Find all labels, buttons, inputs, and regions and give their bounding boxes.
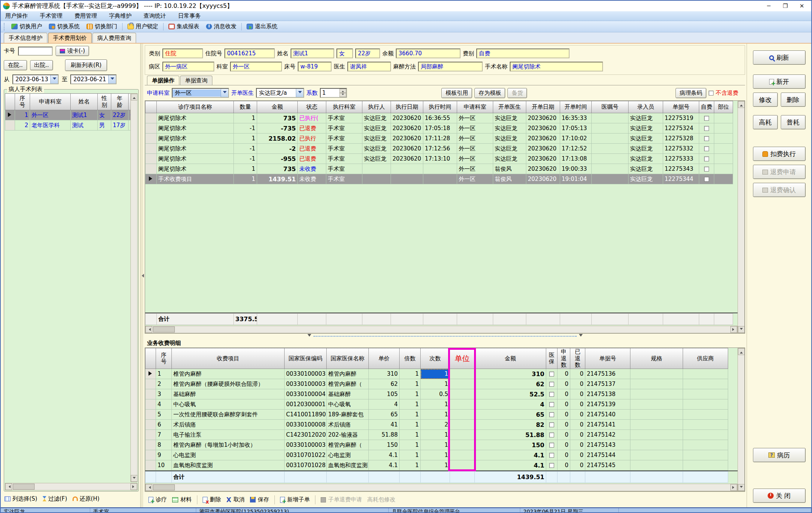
read-card-button[interactable]: 读卡(-) <box>56 46 89 56</box>
vertical-splitter[interactable] <box>141 44 143 507</box>
cell[interactable]: 0 <box>570 460 585 471</box>
cell[interactable]: 4 <box>156 399 172 410</box>
cell[interactable] <box>546 440 557 450</box>
cell[interactable] <box>592 144 629 154</box>
cell[interactable]: 1 <box>234 174 257 184</box>
cell[interactable]: 已执行 <box>298 134 326 144</box>
cell[interactable] <box>391 174 423 184</box>
cell[interactable]: 已退费 <box>298 123 326 134</box>
left-tool-1[interactable]: 过滤(F) <box>42 495 67 502</box>
cell[interactable]: 12275319 <box>663 113 699 123</box>
cell[interactable]: 1 <box>156 369 172 379</box>
cell[interactable]: 男 <box>98 120 111 131</box>
detail-tool-新增子单[interactable]: 新增子单 <box>280 496 310 503</box>
detail-tool-删除[interactable]: 删除 <box>203 496 221 503</box>
doc-tab-0[interactable]: 单据操作 <box>147 76 179 85</box>
cell[interactable]: 实达巨龙 <box>362 154 391 164</box>
cell[interactable]: 0 <box>557 430 570 440</box>
cell[interactable]: 4 <box>369 399 400 410</box>
cell[interactable]: 00330100003 <box>285 369 327 379</box>
column-header[interactable]: 规格 <box>630 348 683 369</box>
cell[interactable]: 阑尾切除术 <box>157 134 234 144</box>
cell[interactable]: 21475140 <box>585 410 630 420</box>
patient-list-hscrollbar[interactable] <box>5 483 138 490</box>
table-row[interactable]: 6术后镇痛00330100008术后镇痛4112820021475141 <box>145 420 728 430</box>
cell[interactable] <box>714 123 733 134</box>
delete-button[interactable]: 删除 <box>781 93 806 107</box>
cell[interactable] <box>546 420 557 430</box>
cell[interactable]: 实达巨龙 <box>629 154 663 164</box>
row-checkbox[interactable] <box>704 156 709 161</box>
column-header[interactable]: 性 别 <box>98 94 111 110</box>
column-header[interactable]: 国家医保编码 <box>285 348 327 369</box>
cell[interactable]: 0 <box>557 410 570 420</box>
scroll-left-icon[interactable] <box>145 326 152 333</box>
toolbar-exit-button[interactable]: 退出系统 <box>244 22 280 31</box>
cell[interactable]: 16:36:55 <box>423 113 457 123</box>
cell[interactable]: 12275324 <box>663 123 699 134</box>
maximize-button[interactable]: ❐ <box>782 3 789 9</box>
cell[interactable]: 17:12:52 <box>560 144 592 154</box>
cell[interactable]: 阑尾切除术 <box>157 154 234 164</box>
column-header[interactable]: 收费项目 <box>172 348 285 369</box>
detail-tool-保存[interactable]: 保存 <box>250 496 269 503</box>
cell[interactable]: 1 <box>421 379 450 389</box>
cell[interactable] <box>450 440 475 450</box>
cell[interactable]: 189-麻醉套包 <box>327 410 369 420</box>
cell[interactable]: 术后镇痛 <box>172 420 285 430</box>
menu-1[interactable]: 手术管理 <box>39 12 63 20</box>
cell[interactable]: 00330100003 <box>285 379 327 389</box>
column-header[interactable]: 单价 <box>369 348 400 369</box>
cell[interactable]: 椎管内麻醉 <box>327 369 369 379</box>
no-refund-checkbox[interactable] <box>709 91 714 96</box>
cell[interactable]: 150 <box>475 440 546 450</box>
cell[interactable]: 6 <box>156 420 172 430</box>
normal-consumable-button[interactable]: 普耗 <box>781 115 806 129</box>
column-header[interactable]: 单位 <box>450 348 475 369</box>
cell[interactable] <box>630 369 683 379</box>
cell[interactable]: 0.5 <box>421 389 450 399</box>
cell[interactable]: 椎管内麻醉（每增加1小时加收） <box>172 440 285 450</box>
cell[interactable]: 22岁 <box>111 110 129 120</box>
table-row[interactable]: 10血氧饱和度监测00310701028血氧饱和度监测4.1114.100214… <box>145 460 728 471</box>
cell[interactable]: 82 <box>475 420 546 430</box>
cell[interactable]: 62 <box>369 379 400 389</box>
column-header[interactable]: 申请科室 <box>457 101 493 113</box>
cell[interactable] <box>546 379 557 389</box>
cell[interactable] <box>450 379 475 389</box>
cell[interactable]: 基础麻醉 <box>172 389 285 399</box>
cell[interactable]: 20230620 <box>391 154 423 164</box>
cell[interactable]: 4 <box>475 399 546 410</box>
cell[interactable]: 17:13:10 <box>423 154 457 164</box>
cell[interactable]: 1 <box>400 410 421 420</box>
cell[interactable]: 21475144 <box>585 450 630 460</box>
cell[interactable]: 4.1 <box>475 460 546 471</box>
cell[interactable] <box>546 389 557 399</box>
cell[interactable]: 外一区 <box>457 144 493 154</box>
cell[interactable]: 1 <box>421 410 450 420</box>
cell[interactable]: 手术室 <box>326 144 362 154</box>
chevron-down-icon[interactable] <box>50 75 58 83</box>
cell[interactable]: 未收费 <box>298 174 326 184</box>
refresh-list-button[interactable]: 刷新列表(R) <box>65 59 107 71</box>
cell[interactable] <box>546 430 557 440</box>
cell[interactable] <box>630 420 683 430</box>
cell[interactable]: 0 <box>557 389 570 399</box>
cell[interactable]: 手术室 <box>326 164 362 174</box>
menu-5[interactable]: 日常事务 <box>177 12 201 20</box>
cell[interactable]: 2 <box>421 420 450 430</box>
table-row[interactable]: 5一次性使用腰硬联合麻醉穿刺套件C1410011890189-麻醉套包65116… <box>145 410 728 420</box>
close-app-button[interactable]: 关 闭 <box>753 489 806 503</box>
cell[interactable]: 手术室 <box>326 154 362 164</box>
table-row[interactable]: 阑尾切除术1735未收费手术室外一区翁俊风2023062019:00:33实达巨… <box>145 164 733 174</box>
spin-down-icon[interactable] <box>339 93 346 97</box>
cell[interactable]: 手术室 <box>326 123 362 134</box>
toolbar-message-button[interactable]: 消息收发 <box>203 22 239 31</box>
cell[interactable]: 1 <box>400 430 421 440</box>
scroll-left-icon[interactable] <box>5 483 12 490</box>
cell[interactable] <box>362 174 391 184</box>
column-header[interactable]: 年 龄 <box>111 94 129 110</box>
horizontal-splitter[interactable] <box>145 334 745 338</box>
cell[interactable]: 外一区 <box>457 164 493 174</box>
cell[interactable] <box>699 154 714 164</box>
